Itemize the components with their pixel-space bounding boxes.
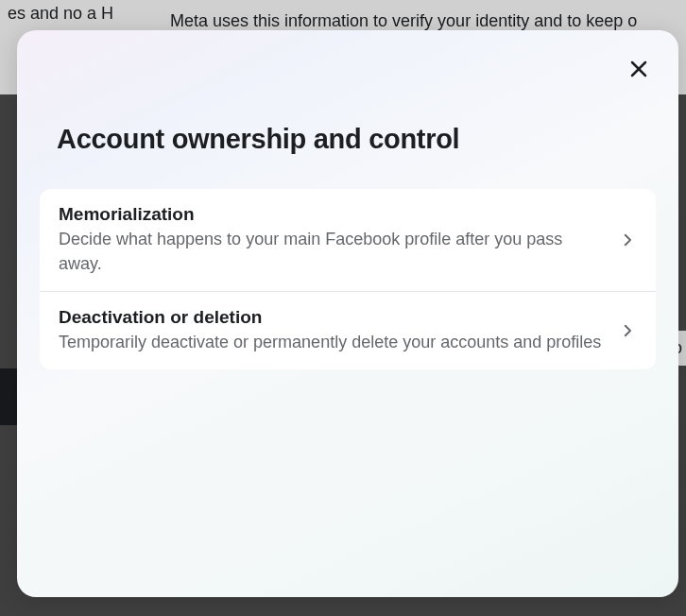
modal-title: Account ownership and control [57,124,656,155]
close-button[interactable] [620,51,658,89]
option-content: Memorialization Decide what happens to y… [59,204,618,276]
option-description: Decide what happens to your main Faceboo… [59,227,603,276]
account-control-modal: Account ownership and control Memorializ… [17,30,678,597]
option-deactivation-deletion[interactable]: Deactivation or deletion Temporarily dea… [40,292,656,369]
option-description: Temporarily deactivate or permanently de… [59,330,603,354]
option-memorialization[interactable]: Memorialization Decide what happens to y… [40,189,656,292]
option-content: Deactivation or deletion Temporarily dea… [59,307,618,354]
option-title: Memorialization [59,204,603,225]
chevron-right-icon [618,231,637,249]
options-card: Memorialization Decide what happens to y… [40,189,656,369]
chevron-right-icon [618,321,637,340]
option-title: Deactivation or deletion [59,307,603,328]
close-icon [627,58,650,83]
